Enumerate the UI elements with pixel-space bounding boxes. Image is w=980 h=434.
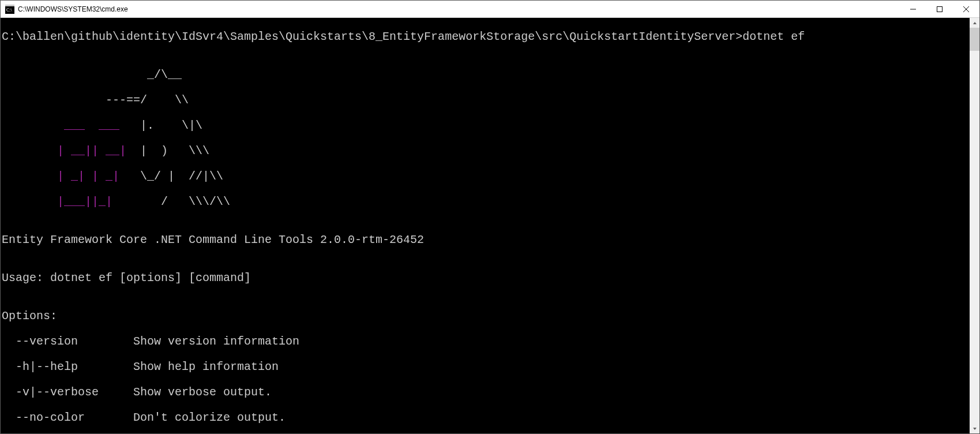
ascii-art-line: | _| | _| \_/ | //|\\ [2, 170, 968, 183]
minimize-button[interactable] [900, 1, 926, 17]
ascii-art-line: ___ ___ |. \|\ [2, 119, 968, 132]
svg-rect-1 [5, 5, 14, 6]
options-header: Options: [2, 310, 968, 323]
typed-command: dotnet ef [742, 30, 805, 43]
cmd-window: C:\ C:\WINDOWS\SYSTEM32\cmd.exe C:\balle… [0, 0, 980, 434]
svg-rect-4 [937, 6, 943, 12]
ascii-art-line: |___||_| / \\\/\\ [2, 196, 968, 208]
option-line: -v|--verbose Show verbose output. [2, 386, 968, 399]
scroll-up-arrow-icon[interactable] [970, 18, 979, 28]
window-title: C:\WINDOWS\SYSTEM32\cmd.exe [18, 5, 900, 13]
option-line: --no-color Don't colorize output. [2, 411, 968, 424]
maximize-button[interactable] [926, 1, 953, 17]
option-line: --version Show version information [2, 335, 968, 348]
vertical-scrollbar[interactable] [970, 18, 979, 433]
client-area: C:\ballen\github\identity\IdSvr4\Samples… [1, 18, 979, 433]
cmd-app-icon: C:\ [5, 5, 14, 14]
close-button[interactable] [953, 1, 979, 17]
prompt: C:\ballen\github\identity\IdSvr4\Samples… [2, 30, 742, 43]
ascii-art-line: _/\__ [2, 69, 968, 81]
titlebar[interactable]: C:\ C:\WINDOWS\SYSTEM32\cmd.exe [1, 1, 979, 18]
ascii-art-line: ---==/ \\ [2, 94, 968, 107]
window-controls [900, 1, 979, 17]
tool-version-line: Entity Framework Core .NET Command Line … [2, 234, 968, 246]
terminal-output[interactable]: C:\ballen\github\identity\IdSvr4\Samples… [1, 18, 970, 433]
svg-marker-8 [973, 428, 977, 430]
svg-marker-7 [973, 22, 977, 24]
option-line: -h|--help Show help information [2, 361, 968, 373]
svg-text:C:\: C:\ [6, 8, 13, 13]
prompt-line-1: C:\ballen\github\identity\IdSvr4\Samples… [2, 31, 968, 43]
scroll-down-arrow-icon[interactable] [970, 424, 979, 433]
scrollbar-thumb[interactable] [970, 28, 979, 51]
usage-line: Usage: dotnet ef [options] [command] [2, 272, 968, 285]
ascii-art-line: | __|| __| | ) \\\ [2, 145, 968, 158]
scrollbar-track[interactable] [970, 28, 979, 424]
